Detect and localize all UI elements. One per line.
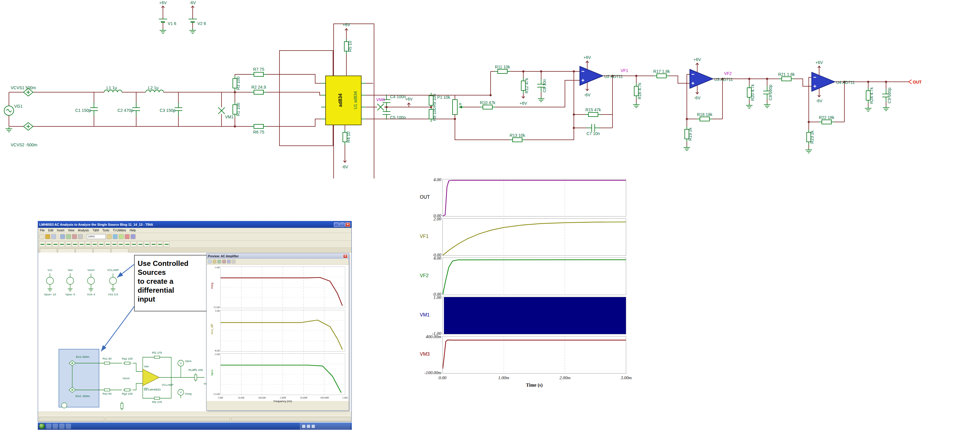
component-icon[interactable] [98,242,104,247]
zoom-select[interactable]: 100% [87,234,106,239]
plot-vm1 [442,297,626,334]
menu-item-tools[interactable]: Tools [102,229,109,232]
tray-icon[interactable] [307,425,310,428]
component-icon[interactable] [39,242,45,247]
component-icon[interactable] [124,242,130,247]
maximize-button[interactable]: □ [340,223,345,227]
toolbar-icon[interactable] [72,234,77,239]
preview-plot-voutdiff: Vout_diff 5.00 -8.00 [207,309,349,353]
component-tab[interactable] [76,248,93,253]
component-icon[interactable] [85,242,91,247]
menu-item-ti-utilities[interactable]: TI-Utilities [113,229,126,232]
toolbar-icon[interactable] [232,260,235,264]
y-max-vm1: 1.00 [416,295,441,300]
menu-item-insert[interactable]: Insert [57,229,64,232]
component-icon[interactable] [144,242,150,247]
toolbar-icon[interactable] [124,234,130,239]
component-tab[interactable] [93,248,111,253]
annotation-line: Sources [138,268,206,277]
component-icon[interactable] [46,242,52,247]
horizontal-scrollbar[interactable] [38,412,352,416]
taskbar-icon[interactable] [46,423,51,429]
component-icon[interactable] [111,242,117,247]
toolbar-icon[interactable] [113,234,118,239]
menu-item-file[interactable]: File [40,229,45,232]
menu-item-help[interactable]: Help [130,229,136,232]
component-icon[interactable] [137,242,143,247]
trace-name-vm1: VM1 [420,312,430,318]
label-c2: C2 470p [118,108,133,113]
menu-item-view[interactable]: View [68,229,74,232]
frequency-axis: 1.00k 10.00k 100.00k 1.00M 10.00M 100.00… [220,396,345,404]
system-tray[interactable] [300,423,350,430]
label-r11: R11 10k [495,65,510,69]
taskbar-icon[interactable] [66,423,71,429]
menu-item-analysis[interactable]: Analysis [78,229,89,232]
y-max-out: 4.00 [416,177,441,182]
start-button[interactable] [39,423,45,429]
capacitor-c1 [90,103,98,116]
menu-item-tm[interactable]: T&M [92,229,99,232]
toolbar-icon[interactable] [45,234,50,239]
component-icon[interactable] [92,242,97,247]
label-p1-wiper: o [459,102,461,106]
menu-item-edit[interactable]: Edit [48,229,53,232]
close-button[interactable]: ✕ [345,223,350,227]
freq-tick: 1.00G [342,396,348,399]
toolbar-icon[interactable] [130,234,135,239]
ground-symbol [6,127,12,132]
annotation-line: to create a [138,277,206,286]
toolbar-icon[interactable] [227,260,231,264]
label-c1: C1 150p [75,108,91,113]
taskbar-icon[interactable] [59,423,65,429]
freq-tick: 10.00M [300,396,307,399]
label-r3: R3 100 [236,76,240,90]
preview-close-button[interactable]: ✕ [343,254,348,258]
preview-titlebar[interactable]: Preview: AC Amplifier ✕ [207,253,349,259]
minimize-button[interactable]: _ [334,223,339,227]
component-icon[interactable] [131,242,137,247]
component-icon[interactable] [59,242,65,247]
annotation-note: Use Controlled Sources to create a diffe… [134,255,210,312]
component-icon[interactable] [118,242,124,247]
component-icon[interactable] [150,242,156,247]
toolbar-icon[interactable] [51,234,56,239]
component-icon[interactable] [78,242,84,247]
label-u3: U3 AD711 [714,77,733,82]
toolbar-icon[interactable] [217,260,221,264]
tray-icon[interactable] [302,425,305,428]
label-minus6v-u4: -6V [816,99,822,103]
component-tab[interactable] [111,248,129,253]
component-icon[interactable] [52,242,58,247]
plot-vf2 [442,258,626,295]
toolbar-icon[interactable] [60,234,65,239]
resistor-r2 [251,90,266,94]
toolbar-icon[interactable] [107,234,112,239]
component-tab[interactable] [58,248,75,253]
label-plus6v-mid: +6V [405,97,413,102]
toolbar-icon[interactable] [39,234,44,239]
tina-titlebar[interactable]: LMH6553 AC Analysis to Analyze the Singl… [38,221,352,228]
label-v2: V2 6 [197,21,206,26]
toolbar-icon[interactable] [222,260,226,264]
component-tab[interactable] [40,248,57,253]
label-vcm: Vcm 4 [87,293,95,296]
taskbar-icon[interactable] [52,423,58,429]
ground-symbol [805,148,812,153]
y-tick: -13.00 [208,306,220,309]
toolbar-icon[interactable] [66,234,71,239]
tray-icon[interactable] [312,425,315,428]
trace-name-vpos: Vpos [210,361,213,385]
mini-opamp [143,369,159,386]
label-r1: R1 100 [236,103,240,116]
toolbar-icon[interactable] [78,234,83,239]
label-v1: V1 6 [168,21,176,26]
component-icon[interactable] [72,242,78,247]
component-icon[interactable] [65,242,72,247]
toolbar-icon[interactable] [119,234,124,239]
component-icon[interactable] [164,242,169,247]
component-icon[interactable] [157,242,163,247]
toolbar-icon[interactable] [213,260,216,264]
component-icon[interactable] [105,242,111,247]
toolbar-icon[interactable] [208,260,212,264]
